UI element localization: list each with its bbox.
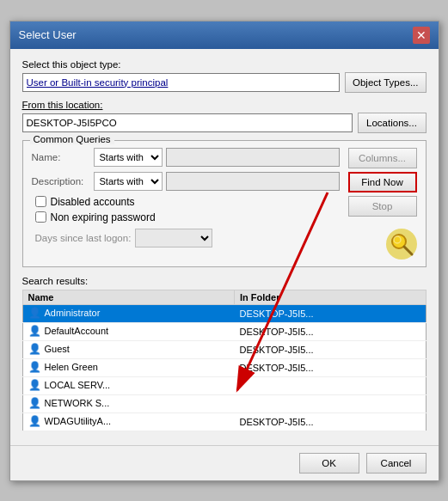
cell-name-text: Guest <box>45 343 70 353</box>
table-row[interactable]: 👤AdministratorDESKTOP-J5I5... <box>22 304 426 322</box>
non-expiring-label: Non expiring password <box>51 211 156 223</box>
object-type-label-text: Select this object type: <box>22 59 121 70</box>
cell-name-text: Administrator <box>45 307 101 317</box>
cell-name-text: LOCAL SERV... <box>45 379 111 389</box>
object-type-input[interactable] <box>22 73 341 92</box>
description-starts-with-select[interactable]: Starts with <box>94 172 163 191</box>
cell-folder: DESKTOP-J5I5... <box>235 358 427 376</box>
common-queries-title: Common Queries <box>30 134 114 144</box>
right-buttons: Columns... Find Now Stop <box>348 148 417 260</box>
name-input[interactable] <box>166 148 340 167</box>
disabled-accounts-checkbox[interactable] <box>35 196 46 207</box>
cell-name-text: WDAGUtilityA... <box>45 415 112 425</box>
description-query-row: Description: Starts with <box>32 172 340 191</box>
results-table-head: Name In Folder <box>22 290 426 304</box>
name-starts-with-select[interactable]: Starts with <box>94 148 163 167</box>
person-icon: 👤 <box>28 361 42 375</box>
cancel-button[interactable]: Cancel <box>366 453 427 474</box>
cell-folder: DESKTOP-J5I5... <box>235 340 427 358</box>
magnifier-svg <box>388 230 415 258</box>
person-icon: 👤 <box>28 415 42 429</box>
name-label: Name: <box>32 152 90 162</box>
location-input[interactable] <box>22 113 353 132</box>
location-label: From this location: <box>22 100 427 110</box>
select-user-dialog: Select User ✕ Select this object type: O… <box>9 21 439 481</box>
object-types-button[interactable]: Object Types... <box>345 72 427 93</box>
table-row[interactable]: 👤LOCAL SERV... <box>22 376 426 394</box>
locations-button[interactable]: Locations... <box>358 113 427 133</box>
cell-folder: DESKTOP-J5I5... <box>235 412 427 431</box>
dialog-body: Select this object type: Object Types...… <box>10 49 439 442</box>
person-icon: 👤 <box>28 397 42 411</box>
cell-name: 👤LOCAL SERV... <box>22 376 235 394</box>
person-icon: 👤 <box>28 307 42 321</box>
cell-folder <box>235 376 427 394</box>
person-icon: 👤 <box>28 343 42 357</box>
person-icon: 👤 <box>28 379 42 393</box>
days-label: Days since last logon: <box>35 233 132 243</box>
location-row: Locations... <box>22 113 427 133</box>
find-now-button[interactable]: Find Now <box>348 172 417 192</box>
table-row[interactable]: 👤NETWORK S... <box>22 394 426 412</box>
results-header-row: Name In Folder <box>22 290 426 304</box>
description-input[interactable] <box>166 172 340 191</box>
queries-and-buttons: Name: Starts with Description: Starts wi… <box>32 148 417 260</box>
name-query-row: Name: Starts with <box>32 148 340 167</box>
columns-button[interactable]: Columns... <box>348 148 417 168</box>
table-row[interactable]: 👤DefaultAccountDESKTOP-J5I5... <box>22 322 426 340</box>
stop-button[interactable]: Stop <box>348 196 417 217</box>
disabled-accounts-label: Disabled accounts <box>51 196 135 208</box>
search-icon-area <box>348 229 417 260</box>
object-type-row: Object Types... <box>22 72 427 93</box>
non-expiring-row: Non expiring password <box>35 211 340 223</box>
cell-name: 👤NETWORK S... <box>22 394 235 412</box>
cell-name: 👤Administrator <box>22 304 235 322</box>
location-label-text: From this location: <box>22 100 103 110</box>
table-row[interactable]: 👤WDAGUtilityA...DESKTOP-J5I5... <box>22 412 426 431</box>
col-name[interactable]: Name <box>22 290 235 304</box>
table-row[interactable]: 👤GuestDESKTOP-J5I5... <box>22 340 426 358</box>
person-icon: 👤 <box>28 325 42 339</box>
queries-left: Name: Starts with Description: Starts wi… <box>32 148 340 247</box>
common-queries-box: Common Queries Name: Starts with <box>22 140 427 267</box>
cell-folder: DESKTOP-J5I5... <box>235 304 427 322</box>
dialog-title: Select User <box>19 28 77 41</box>
days-select[interactable] <box>135 229 212 247</box>
cell-name-text: Helen Green <box>45 361 98 371</box>
cell-folder <box>235 394 427 412</box>
cell-name-text: NETWORK S... <box>45 397 110 407</box>
close-button[interactable]: ✕ <box>413 27 430 44</box>
dialog-footer: OK Cancel <box>10 445 439 480</box>
search-results-label: Search results: <box>22 276 427 286</box>
days-row: Days since last logon: <box>35 229 340 247</box>
cell-name: 👤Helen Green <box>22 358 235 376</box>
svg-line-1 <box>404 247 412 254</box>
table-row[interactable]: 👤Helen GreenDESKTOP-J5I5... <box>22 358 426 376</box>
cell-name: 👤DefaultAccount <box>22 322 235 340</box>
ok-button[interactable]: OK <box>299 453 359 474</box>
results-body: 👤AdministratorDESKTOP-J5I5...👤DefaultAcc… <box>22 304 426 431</box>
description-label: Description: <box>32 176 90 186</box>
results-table: Name In Folder 👤AdministratorDESKTOP-J5I… <box>22 290 427 431</box>
cell-folder: DESKTOP-J5I5... <box>235 322 427 340</box>
non-expiring-checkbox[interactable] <box>35 211 46 223</box>
cell-name: 👤Guest <box>22 340 235 358</box>
cell-name-text: DefaultAccount <box>45 325 109 335</box>
object-type-label: Select this object type: <box>22 59 427 70</box>
cell-name: 👤WDAGUtilityA... <box>22 412 235 431</box>
title-bar: Select User ✕ <box>10 21 439 49</box>
disabled-accounts-row: Disabled accounts <box>35 196 340 208</box>
col-folder[interactable]: In Folder <box>235 290 427 304</box>
magnifier-icon <box>386 229 417 260</box>
